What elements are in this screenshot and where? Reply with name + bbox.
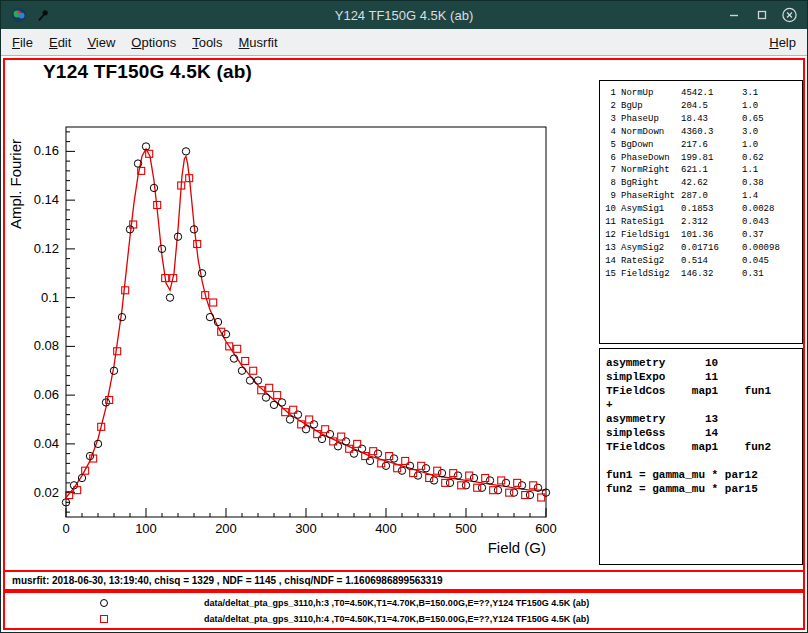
param-value: 0.01716 — [681, 242, 742, 255]
param-name: FieldSig2 — [621, 268, 681, 281]
param-row: 4NormDown4360.33.0 — [600, 126, 802, 139]
param-no: 6 — [600, 152, 616, 165]
param-error: 0.65 — [742, 113, 764, 126]
legend-row: data/deltat_pta_gps_3110,h:4 ,T0=4.50K,T… — [5, 611, 803, 627]
param-row: 6PhaseDown199.810.62 — [600, 152, 802, 165]
svg-text:600: 600 — [535, 521, 557, 536]
square-marker-icon — [100, 615, 108, 623]
circle-marker-icon — [100, 599, 108, 607]
menu-item-help[interactable]: Help — [761, 31, 804, 54]
param-error: 3.0 — [742, 126, 758, 139]
param-value: 621.1 — [681, 164, 742, 177]
param-name: RateSig1 — [621, 216, 681, 229]
param-no: 9 — [600, 190, 616, 203]
param-error: 0.043 — [742, 216, 769, 229]
theory-pad: asymmetry 10simplExpo 11TFieldCos map1 f… — [599, 348, 803, 565]
theory-line — [606, 454, 802, 468]
menu-item-file[interactable]: File — [4, 31, 41, 54]
param-no: 2 — [600, 100, 616, 113]
fit-info-pad: musrfit: 2018-06-30, 13:19:40, chisq = 1… — [3, 570, 805, 591]
param-error: 0.62 — [742, 152, 764, 165]
app-icon — [10, 7, 27, 24]
param-no: 3 — [600, 113, 616, 126]
param-name: AsymSig2 — [621, 242, 681, 255]
param-error: 1.0 — [742, 100, 758, 113]
param-row: 9PhaseRight287.01.4 — [600, 190, 802, 203]
param-value: 0.1853 — [681, 203, 742, 216]
param-value: 101.36 — [681, 229, 742, 242]
param-error: 1.4 — [742, 190, 758, 203]
param-error: 0.045 — [742, 255, 769, 268]
param-row: 14RateSig20.5140.045 — [600, 255, 802, 268]
svg-text:Ampl. Fourier: Ampl. Fourier — [7, 139, 24, 229]
svg-text:500: 500 — [455, 521, 477, 536]
param-no: 13 — [600, 242, 616, 255]
pin-icon[interactable] — [34, 7, 51, 24]
param-error: 1.0 — [742, 139, 758, 152]
param-row: 3PhaseUp18.430.65 — [600, 113, 802, 126]
legend-pad: data/deltat_pta_gps_3110,h:3 ,T0=4.50K,T… — [3, 591, 805, 630]
param-name: PhaseDown — [621, 152, 681, 165]
minimize-button[interactable] — [725, 7, 742, 24]
titlebar[interactable]: Y124 TF150G 4.5K (ab) — [1, 1, 807, 29]
param-value: 0.514 — [681, 255, 742, 268]
parameter-pad: 1NormUp4542.13.12BgUp204.51.03PhaseUp18.… — [599, 80, 803, 344]
app-window: Y124 TF150G 4.5K (ab) FileEditViewOption… — [0, 0, 808, 633]
maximize-button[interactable] — [753, 7, 770, 24]
param-name: BgRight — [621, 177, 681, 190]
param-value: 4360.3 — [681, 126, 742, 139]
menu-item-options[interactable]: Options — [123, 31, 184, 54]
param-row: 5BgDown217.61.0 — [600, 139, 802, 152]
svg-text:0.16: 0.16 — [34, 143, 59, 158]
window-title: Y124 TF150G 4.5K (ab) — [1, 8, 807, 23]
param-name: FieldSig1 — [621, 229, 681, 242]
menu-item-view[interactable]: View — [79, 31, 123, 54]
param-row: 10AsymSig10.18530.0028 — [600, 203, 802, 216]
svg-text:100: 100 — [135, 521, 157, 536]
menubar: FileEditViewOptionsToolsMusrfit Help — [1, 29, 807, 56]
param-name: NormRight — [621, 164, 681, 177]
theory-line: TFieldCos map1 fun1 — [606, 384, 802, 398]
param-value: 146.32 — [681, 268, 742, 281]
root-canvas[interactable]: Y124 TF150G 4.5K (ab) 010020030040050060… — [1, 56, 807, 632]
menubar-right: Help — [761, 31, 804, 54]
close-button[interactable] — [781, 7, 798, 24]
param-error: 0.0028 — [742, 203, 774, 216]
param-name: PhaseRight — [621, 190, 681, 203]
param-value: 204.5 — [681, 100, 742, 113]
svg-text:0.1: 0.1 — [41, 290, 59, 305]
svg-text:0.06: 0.06 — [34, 387, 59, 402]
theory-line: asymmetry 10 — [606, 356, 802, 370]
param-name: AsymSig1 — [621, 203, 681, 216]
param-value: 42.62 — [681, 177, 742, 190]
menu-item-musrfit[interactable]: Musrfit — [231, 31, 286, 54]
menu-item-edit[interactable]: Edit — [41, 31, 79, 54]
param-error: 0.38 — [742, 177, 764, 190]
theory-line: TFieldCos map1 fun2 — [606, 440, 802, 454]
param-row: 1NormUp4542.13.1 — [600, 87, 802, 100]
param-no: 14 — [600, 255, 616, 268]
param-no: 4 — [600, 126, 616, 139]
theory-line: asymmetry 13 — [606, 412, 802, 426]
param-no: 11 — [600, 216, 616, 229]
param-row: 2BgUp204.51.0 — [600, 100, 802, 113]
param-value: 287.0 — [681, 190, 742, 203]
fit-status-text: musrfit: 2018-06-30, 13:19:40, chisq = 1… — [12, 575, 443, 586]
svg-text:0.08: 0.08 — [34, 338, 59, 353]
legend-label: data/deltat_pta_gps_3110,h:3 ,T0=4.50K,T… — [204, 598, 589, 608]
theory-line: + — [606, 398, 802, 412]
theory-line: simplExpo 11 — [606, 370, 802, 384]
menu-item-tools[interactable]: Tools — [184, 31, 230, 54]
param-no: 7 — [600, 164, 616, 177]
plot-svg[interactable]: 01002003004005006000.020.040.060.080.10.… — [1, 56, 581, 568]
param-name: BgUp — [621, 100, 681, 113]
param-no: 1 — [600, 87, 616, 100]
param-value: 217.6 — [681, 139, 742, 152]
legend-row: data/deltat_pta_gps_3110,h:3 ,T0=4.50K,T… — [5, 595, 803, 611]
param-no: 8 — [600, 177, 616, 190]
param-error: 1.1 — [742, 164, 758, 177]
svg-text:200: 200 — [215, 521, 237, 536]
param-name: RateSig2 — [621, 255, 681, 268]
param-error: 3.1 — [742, 87, 758, 100]
svg-text:0.12: 0.12 — [34, 241, 59, 256]
